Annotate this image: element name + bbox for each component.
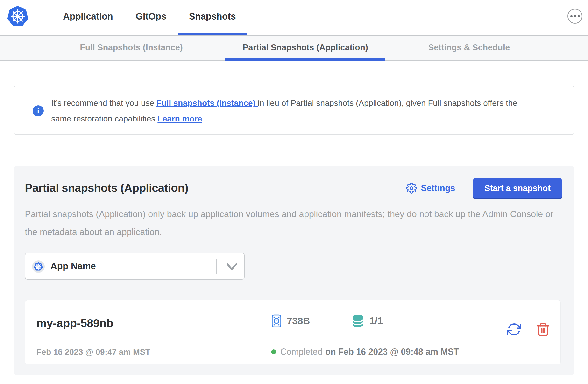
banner-text-part1: It’s recommend that you use xyxy=(51,98,156,107)
nav-tab-application[interactable]: Application xyxy=(52,0,124,35)
snapshot-start-date: Feb 16 2023 @ 09:47 am MST xyxy=(37,347,150,357)
kubernetes-icon xyxy=(32,260,45,273)
snapshot-row[interactable]: my-app-589nb Feb 16 2023 @ 09:47 am MST … xyxy=(25,300,561,364)
dot xyxy=(574,15,576,17)
kubernetes-logo-icon xyxy=(6,5,29,27)
select-divider xyxy=(216,259,217,274)
snapshot-size: 738B xyxy=(287,316,310,326)
restore-snapshot-button[interactable] xyxy=(507,322,521,337)
trash-icon xyxy=(536,322,550,337)
main-nav: Application GitOps Snapshots xyxy=(52,0,248,35)
info-banner: i It’s recommend that you use Full snaps… xyxy=(14,86,574,135)
snapshot-volumes-metric: 1/1 xyxy=(352,315,383,327)
settings-label: Settings xyxy=(421,183,455,193)
panel-description: Partial snapshots (Application) only bac… xyxy=(25,205,554,241)
snapshot-status-line: Completed on Feb 16 2023 @ 09:48 am MST xyxy=(271,347,459,357)
restore-icon xyxy=(507,322,521,337)
app-select-value: App Name xyxy=(50,261,96,272)
nav-tab-gitops[interactable]: GitOps xyxy=(125,0,177,35)
banner-text-part3: same restoration capabilities. xyxy=(51,114,157,123)
snapshot-volume-count: 1/1 xyxy=(369,315,383,326)
subtab-partial-snapshots[interactable]: Partial Snapshots (Application) xyxy=(225,36,385,61)
start-snapshot-button[interactable]: Start a snapshot xyxy=(473,178,562,198)
dot xyxy=(570,15,572,17)
banner-text-suffix: . xyxy=(202,114,205,123)
delete-snapshot-button[interactable] xyxy=(536,322,550,337)
nav-tab-snapshots[interactable]: Snapshots xyxy=(178,0,247,35)
subtab-full-snapshots[interactable]: Full Snapshots (Instance) xyxy=(72,36,191,61)
snapshot-completed-time: on Feb 16 2023 @ 09:48 am MST xyxy=(325,347,459,357)
subtab-settings-schedule[interactable]: Settings & Schedule xyxy=(421,36,518,61)
chevron-down-icon xyxy=(226,262,238,271)
top-header: Application GitOps Snapshots xyxy=(0,0,588,36)
snapshot-status: Completed xyxy=(280,347,322,357)
full-snapshots-link[interactable]: Full snapshots (Instance) xyxy=(156,98,258,107)
status-dot-icon xyxy=(271,349,276,354)
database-icon xyxy=(352,315,364,327)
snapshots-subnav: Full Snapshots (Instance) Partial Snapsh… xyxy=(0,36,588,61)
snapshot-size-metric: 738B xyxy=(272,315,310,327)
partial-snapshots-panel: Partial snapshots (Application) Settings… xyxy=(14,166,574,375)
app-name-select[interactable]: App Name xyxy=(25,253,245,280)
snapshot-settings-link[interactable]: Settings xyxy=(406,178,455,198)
snapshot-name: my-app-589nb xyxy=(37,316,113,330)
gear-icon xyxy=(406,183,417,194)
banner-text-part2: in lieu of Partial snapshots (Applicatio… xyxy=(258,98,517,107)
hard-drive-icon xyxy=(272,315,282,327)
dot xyxy=(578,15,580,17)
learn-more-link[interactable]: Learn more xyxy=(157,114,202,123)
ellipsis-menu-icon[interactable] xyxy=(567,9,583,24)
banner-text: It’s recommend that you use Full snapsho… xyxy=(51,95,566,127)
info-icon: i xyxy=(33,105,44,116)
panel-title: Partial snapshots (Application) xyxy=(25,181,188,194)
